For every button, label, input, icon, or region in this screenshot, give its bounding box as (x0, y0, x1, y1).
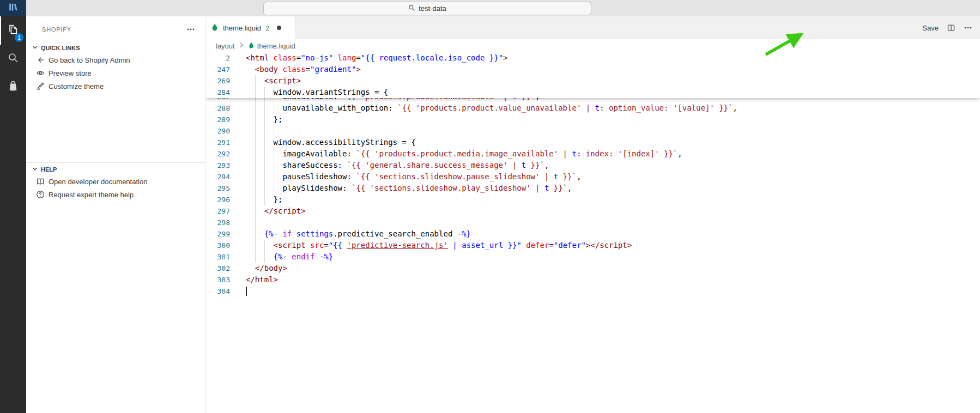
code-line-297[interactable]: 297</script> (205, 205, 980, 217)
indent-guide (264, 171, 265, 183)
indent-guide (255, 194, 256, 205)
indent-guide (255, 228, 256, 240)
paintbrush-icon (36, 82, 45, 90)
title-bar: test-data (0, 0, 980, 17)
line-number: 294 (205, 171, 230, 183)
sidebar-item-request-expert-theme-help[interactable]: Request expert theme help (26, 188, 205, 201)
indent-guide (264, 125, 265, 137)
arrow-left-icon (36, 56, 45, 64)
sidebar-more-actions-button[interactable] (186, 25, 195, 36)
code-line-303[interactable]: 303</html> (205, 274, 980, 286)
indent-guide (274, 183, 274, 194)
chevron-down-icon (31, 165, 39, 174)
indent-guide (264, 114, 265, 125)
code-line-294[interactable]: 294pauseSlideshow: `{{ 'sections.slidesh… (205, 171, 980, 183)
explorer-badge: 1 (15, 33, 23, 42)
code-line-291[interactable]: 291window.accessibilityStrings = { (205, 137, 980, 148)
eye-icon (36, 69, 45, 77)
indent-guide (255, 87, 256, 98)
chevron-right-icon (238, 41, 245, 51)
sidebar-item-go-back-to-shopify-admin[interactable]: Go back to Shopify Admin (26, 53, 205, 66)
code-line-288[interactable]: 288unavailable_with_option: `{{ 'product… (205, 102, 980, 114)
code-line-293[interactable]: 293shareSuccess: `{{ 'general.share.succ… (205, 160, 980, 171)
section-help[interactable]: HELP (26, 164, 205, 175)
breadcrumb-folder[interactable]: layout (216, 42, 235, 50)
line-number: 295 (205, 183, 230, 194)
sidebar-item-preview-store[interactable]: Preview store (26, 66, 205, 80)
line-number: 289 (205, 114, 230, 125)
breadcrumb-file[interactable]: theme.liquid (257, 42, 295, 50)
search-icon (7, 51, 20, 66)
line-number: 293 (205, 160, 230, 171)
indent-guide (264, 251, 265, 263)
search-icon (408, 4, 415, 13)
activity-bar: 1 (0, 16, 26, 413)
library-icon (8, 2, 18, 14)
code-line-295[interactable]: 295playSlideshow: `{{ 'sections.slidesho… (205, 183, 980, 194)
question-icon (36, 190, 45, 199)
section-label: HELP (41, 166, 57, 173)
line-number: 2 (205, 52, 230, 64)
indent-guide (255, 183, 256, 194)
code-line-247[interactable]: 247<body class="gradient"> (205, 64, 980, 75)
editor-actions: Save (922, 16, 972, 39)
indent-guide (255, 125, 256, 137)
code-line-301[interactable]: 301{%- endif -%} (205, 251, 980, 263)
line-number: 292 (205, 148, 230, 160)
line-number: 304 (205, 286, 230, 297)
command-center-search[interactable]: test-data (263, 2, 591, 15)
text-cursor (246, 287, 247, 296)
workspace-name: test-data (419, 4, 446, 13)
code-line-296[interactable]: 296}; (205, 194, 980, 205)
save-button[interactable]: Save (922, 24, 939, 32)
code-line-300[interactable]: 300<script src="{{ 'predictive-search.js… (205, 240, 980, 251)
line-number: 301 (205, 251, 230, 263)
indent-guide (255, 217, 256, 228)
indent-guide (255, 171, 256, 183)
indent-guide (274, 171, 274, 183)
code-line-304[interactable]: 304 (205, 286, 980, 297)
activity-search-button[interactable] (0, 45, 26, 73)
book-icon (36, 177, 45, 186)
code-line-299[interactable]: 299{%- if settings.predictive_search_ena… (205, 228, 980, 240)
sidebar-item-label: Preview store (49, 69, 92, 77)
app-window: test-data 1 (0, 0, 980, 413)
activity-explorer-button[interactable]: 1 (0, 16, 26, 45)
code-line-302[interactable]: 302</body> (205, 263, 980, 274)
sticky-scroll[interactable]: 2<html class="no-js" lang="{{ request.lo… (205, 52, 980, 98)
app-logo (0, 0, 26, 16)
code-line-298[interactable]: 298 (205, 217, 980, 228)
breadcrumb: layout theme.liquid (205, 39, 980, 52)
liquid-file-icon (248, 42, 255, 50)
tab-problem-badge: 2 (265, 24, 269, 32)
indent-guide (264, 148, 265, 160)
line-number: 298 (205, 217, 230, 228)
sidebar-item-open-developer-documentation[interactable]: Open developer documentation (26, 175, 205, 188)
split-editor-button[interactable] (947, 23, 955, 32)
line-number: 297 (205, 205, 230, 217)
code-line-284[interactable]: 284window.variantStrings = { (205, 87, 980, 98)
indent-guide (264, 194, 265, 205)
sidebar: SHOPIFY QUICK LINKS Go back to Shopify (26, 16, 205, 413)
indent-guide (264, 102, 265, 114)
code-line-269[interactable]: 269<script> (205, 75, 980, 87)
indent-guide (264, 183, 265, 194)
activity-shopify-button[interactable] (0, 73, 26, 101)
shopify-bag-icon (7, 80, 20, 95)
sidebar-item-label: Request expert theme help (49, 191, 134, 199)
code-line-289[interactable]: 289}; (205, 114, 980, 125)
section-quick-links[interactable]: QUICK LINKS (26, 42, 205, 53)
unsaved-changes-dot[interactable] (277, 26, 281, 30)
tab-label: theme.liquid (223, 24, 261, 32)
help-section: HELP Open developer documentation (26, 162, 205, 201)
code-line-2[interactable]: 2<html class="no-js" lang="{{ request.lo… (205, 52, 980, 64)
code-line-292[interactable]: 292imageAvailable: `{{ 'products.product… (205, 148, 980, 160)
line-number: 300 (205, 240, 230, 251)
tab-theme-liquid[interactable]: theme.liquid 2 (205, 16, 296, 39)
more-actions-button[interactable] (964, 23, 972, 32)
liquid-file-icon (211, 23, 219, 33)
indent-guide (255, 160, 256, 171)
sidebar-item-customize-theme[interactable]: Customize theme (26, 80, 205, 93)
code-line-290[interactable]: 290 (205, 125, 980, 137)
code-editor[interactable]: 287unavailable: `{{ 'products.product.un… (205, 52, 980, 413)
